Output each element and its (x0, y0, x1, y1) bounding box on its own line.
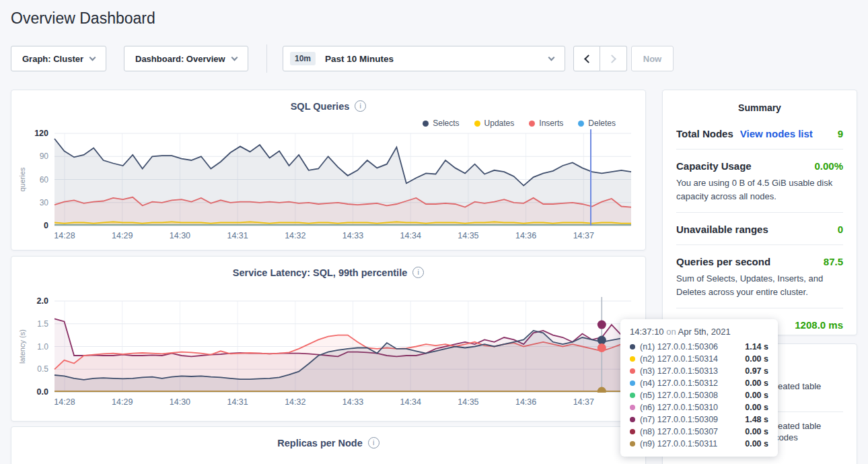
time-prev-button[interactable] (573, 46, 600, 71)
node-color-dot-icon (630, 344, 635, 350)
svg-text:0: 0 (44, 221, 48, 230)
svg-text:14:36: 14:36 (515, 397, 536, 407)
node-color-dot-icon (630, 380, 635, 386)
graph-scope-label: Graph: Cluster (22, 54, 83, 64)
dashboard-label: Dashboard: Overview (135, 54, 225, 64)
node-color-dot-icon (630, 405, 635, 410)
svg-text:1.0: 1.0 (37, 342, 48, 352)
svg-text:14:37: 14:37 (573, 397, 594, 407)
time-range-selector[interactable]: 10m Past 10 Minutes (283, 46, 565, 71)
time-range-badge: 10m (290, 52, 316, 65)
tooltip-node-label: (n8) 127.0.0.1:50307 (640, 427, 718, 436)
svg-text:14:29: 14:29 (112, 231, 133, 240)
tooltip-node-label: (n2) 127.0.0.1:50314 (640, 354, 718, 364)
tooltip-node-value: 1.48 s (745, 415, 768, 424)
tooltip-node-row: (n8) 127.0.0.1:503070.00 s (630, 426, 768, 438)
tooltip-node-value: 0.00 s (745, 403, 768, 412)
svg-text:14:29: 14:29 (112, 397, 133, 407)
svg-text:14:31: 14:31 (227, 397, 248, 407)
legend-label: Updates (484, 119, 515, 128)
replicas-per-node-chart-card: Replicas per Node i (11, 426, 646, 464)
legend-dot-icon (423, 121, 429, 127)
sql-queries-chart[interactable]: 14:2814:2914:3014:3114:3214:3314:3414:35… (11, 128, 647, 244)
y-axis-unit-label: queries (18, 167, 26, 192)
svg-text:14:34: 14:34 (400, 231, 421, 240)
legend-item-updates[interactable]: Updates (474, 119, 515, 128)
svg-text:0.5: 0.5 (37, 364, 48, 374)
legend-label: Selects (433, 119, 459, 128)
chart-title-service-latency: Service Latency: SQL, 99th percentile (233, 267, 408, 278)
legend-label: Deletes (588, 119, 616, 128)
tooltip-timestamp: 14:37:10 on Apr 5th, 2021 (630, 327, 768, 337)
summary-row-label: Queries per second (676, 256, 770, 267)
tooltip-node-label: (n6) 127.0.0.1:50310 (640, 403, 718, 412)
tooltip-node-value: 0.00 s (745, 427, 768, 436)
svg-text:0.0: 0.0 (37, 387, 48, 397)
chart-title-replicas-per-node: Replicas per Node (277, 438, 363, 449)
sql-queries-chart-card: SQL Queries i SelectsUpdatesInsertsDelet… (11, 90, 646, 251)
tooltip-node-value: 0.00 s (745, 439, 768, 449)
y-axis-unit-label: latency (s) (18, 329, 26, 364)
summary-row: Unavailable ranges0 (676, 213, 843, 245)
summary-title: Summary (663, 90, 857, 113)
series-area-Selects (55, 139, 631, 226)
tooltip-rows: (n1) 127.0.0.1:503061.14 s(n2) 127.0.0.1… (630, 341, 768, 450)
tooltip-node-row: (n7) 127.0.0.1:503091.48 s (630, 413, 768, 426)
summary-row: Capacity Usage0.00%You are using 0 B of … (676, 150, 843, 213)
tooltip-node-label: (n9) 127.0.0.1:50311 (640, 439, 717, 449)
svg-text:60: 60 (40, 175, 49, 185)
chevron-down-icon (548, 54, 555, 61)
chevron-right-icon (608, 55, 616, 63)
chart-title-sql-queries: SQL Queries (291, 101, 350, 112)
divider (266, 44, 267, 73)
summary-row-value: 87.5 (824, 256, 843, 267)
legend-item-inserts[interactable]: Inserts (529, 119, 563, 128)
node-color-dot-icon (630, 368, 635, 374)
time-next-button-disabled[interactable] (600, 46, 627, 71)
tooltip-node-row: (n4) 127.0.0.1:503120.00 s (630, 377, 768, 389)
chevron-down-icon (231, 54, 238, 61)
tooltip-node-value: 1.14 s (745, 342, 768, 352)
svg-text:14:31: 14:31 (227, 231, 248, 240)
dashboard-dropdown[interactable]: Dashboard: Overview (124, 46, 248, 71)
sql-legend: SelectsUpdatesInsertsDeletes (423, 119, 616, 128)
now-button-disabled[interactable]: Now (631, 46, 674, 71)
tooltip-node-label: (n1) 127.0.0.1:50306 (640, 342, 718, 352)
svg-text:14:33: 14:33 (342, 231, 363, 240)
node-color-dot-icon (630, 429, 635, 434)
summary-row-value: 0 (838, 224, 843, 235)
summary-row-label: Unavailable ranges (676, 224, 768, 235)
info-icon[interactable]: i (412, 267, 424, 278)
tooltip-node-value: 0.00 s (745, 354, 768, 364)
node-color-dot-icon (630, 417, 635, 422)
svg-text:30: 30 (40, 198, 49, 207)
legend-item-deletes[interactable]: Deletes (578, 119, 616, 128)
summary-row-value: 0.00% (814, 160, 843, 172)
svg-text:14:32: 14:32 (285, 231, 305, 240)
page-title: Overview Dashboard (11, 9, 155, 28)
svg-text:120: 120 (34, 129, 48, 138)
summary-row: Queries per second87.5Sum of Selects, Up… (676, 245, 843, 308)
info-icon[interactable]: i (368, 437, 379, 449)
tooltip-node-row: (n2) 127.0.0.1:503140.00 s (630, 353, 768, 365)
tooltip-node-label: (n4) 127.0.0.1:50312 (640, 378, 718, 388)
node-color-dot-icon (630, 441, 635, 446)
svg-text:14:30: 14:30 (170, 397, 190, 407)
tooltip-node-label: (n7) 127.0.0.1:50309 (640, 415, 718, 424)
graph-scope-dropdown[interactable]: Graph: Cluster (11, 46, 106, 71)
svg-text:14:35: 14:35 (458, 231, 478, 240)
info-icon[interactable]: i (355, 100, 366, 112)
service-latency-chart[interactable]: 14:2814:2914:3014:3114:3214:3314:3414:35… (11, 294, 647, 413)
svg-text:14:36: 14:36 (515, 231, 536, 240)
node-color-dot-icon (630, 356, 635, 362)
summary-row-label: Capacity Usage (676, 160, 752, 172)
tooltip-node-row: (n6) 127.0.0.1:503100.00 s (630, 401, 768, 413)
summary-row-value: 9 (838, 128, 843, 139)
chevron-down-icon (89, 54, 96, 61)
service-latency-chart-card: Service Latency: SQL, 99th percentile i … (11, 256, 646, 422)
legend-item-selects[interactable]: Selects (423, 119, 459, 128)
overview-dashboard-page: Overview Dashboard Graph: Cluster Dashbo… (0, 0, 868, 464)
legend-dot-icon (529, 121, 535, 127)
view-nodes-list-link[interactable]: View nodes list (740, 128, 813, 139)
tooltip-node-row: (n9) 127.0.0.1:503110.00 s (630, 438, 768, 450)
